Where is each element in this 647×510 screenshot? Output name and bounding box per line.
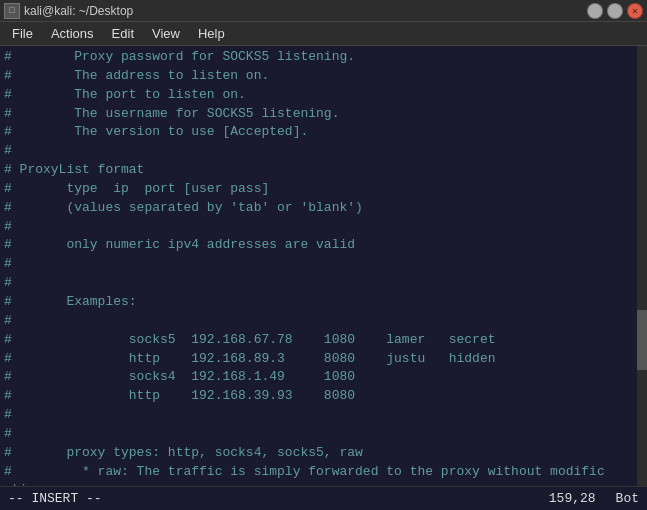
editor-line: # only numeric ipv4 addresses are valid (4, 236, 643, 255)
editor-line: # (4, 406, 643, 425)
titlebar: □ kali@kali: ~/Desktop ✕ (0, 0, 647, 22)
status-scroll: Bot (616, 491, 639, 506)
close-button[interactable]: ✕ (627, 3, 643, 19)
scrollbar-thumb (637, 310, 647, 370)
menu-item-actions[interactable]: Actions (43, 24, 102, 43)
editor-line: # (values separated by 'tab' or 'blank') (4, 199, 643, 218)
statusbar: -- INSERT -- 159,28 Bot (0, 486, 647, 510)
editor-line: # (4, 274, 643, 293)
editor-content[interactable]: # Proxy password for SOCKS5 listening.# … (0, 46, 647, 486)
menubar: FileActionsEditViewHelp (0, 22, 647, 46)
minimize-button[interactable] (587, 3, 603, 19)
menu-item-view[interactable]: View (144, 24, 188, 43)
editor-line: # socks4 192.168.1.49 1080 (4, 368, 643, 387)
editor-line: # The version to use [Accepted]. (4, 123, 643, 142)
editor-line: # (4, 255, 643, 274)
titlebar-left: □ kali@kali: ~/Desktop (4, 3, 133, 19)
menu-item-file[interactable]: File (4, 24, 41, 43)
editor-line: # proxy types: http, socks4, socks5, raw (4, 444, 643, 463)
editor-line: # Examples: (4, 293, 643, 312)
scrollbar[interactable] (637, 46, 647, 486)
editor-line: # (4, 142, 643, 161)
menu-item-edit[interactable]: Edit (104, 24, 142, 43)
editor: # Proxy password for SOCKS5 listening.# … (0, 46, 647, 486)
editor-line: ation. (4, 481, 643, 486)
editor-line: # type ip port [user pass] (4, 180, 643, 199)
status-mode: -- INSERT -- (8, 491, 102, 506)
editor-line: # The port to listen on. (4, 86, 643, 105)
editor-line: # The username for SOCKS5 listening. (4, 105, 643, 124)
editor-line: # http 192.168.39.93 8080 (4, 387, 643, 406)
titlebar-title: kali@kali: ~/Desktop (24, 4, 133, 18)
window-icon: □ (4, 3, 20, 19)
editor-line: # socks5 192.168.67.78 1080 lamer secret (4, 331, 643, 350)
editor-line: # (4, 425, 643, 444)
editor-line: # ProxyList format (4, 161, 643, 180)
editor-line: # The address to listen on. (4, 67, 643, 86)
titlebar-controls: ✕ (587, 3, 643, 19)
status-right: 159,28 Bot (549, 491, 639, 506)
editor-line: # * raw: The traffic is simply forwarded… (4, 463, 643, 482)
menu-item-help[interactable]: Help (190, 24, 233, 43)
status-position: 159,28 (549, 491, 596, 506)
editor-line: # http 192.168.89.3 8080 justu hidden (4, 350, 643, 369)
editor-line: # Proxy password for SOCKS5 listening. (4, 48, 643, 67)
maximize-button[interactable] (607, 3, 623, 19)
editor-line: # (4, 312, 643, 331)
editor-line: # (4, 218, 643, 237)
